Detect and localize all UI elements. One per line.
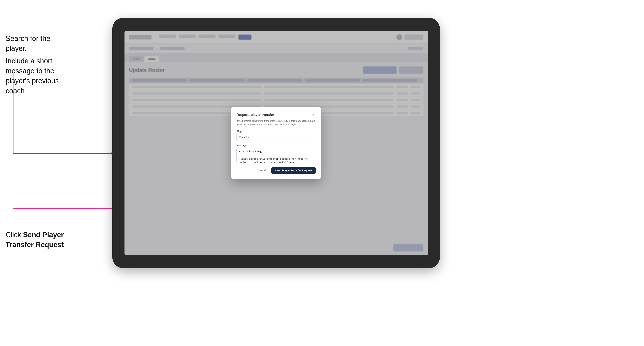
annotation-search: Search for the player. bbox=[6, 34, 73, 53]
player-label: Player bbox=[236, 130, 316, 133]
modal-close-button[interactable]: × bbox=[310, 112, 316, 117]
modal-dialog: Request player transfer × If the player … bbox=[231, 107, 321, 179]
message-textarea[interactable]: Hi Coach McHarg, Please accept this tran… bbox=[236, 148, 316, 163]
modal-footer: Cancel Send Player Transfer Request bbox=[236, 167, 316, 174]
cancel-button[interactable]: Cancel bbox=[255, 168, 269, 173]
message-label: Message bbox=[236, 144, 316, 147]
modal-header: Request player transfer × bbox=[236, 112, 316, 117]
arrow-line-search-v bbox=[13, 73, 14, 153]
tablet-screen: › Roster Active Update Roster bbox=[124, 31, 428, 255]
modal-description: If the player is transferring from anoth… bbox=[236, 119, 316, 126]
send-transfer-request-button[interactable]: Send Player Transfer Request bbox=[271, 167, 316, 174]
tablet-device: › Roster Active Update Roster bbox=[112, 18, 440, 268]
arrow-line-search-h bbox=[13, 153, 112, 154]
annotation-click: Click Send Player Transfer Request bbox=[6, 230, 73, 250]
annotation-message: Include a short message to the player's … bbox=[6, 56, 73, 96]
player-input[interactable] bbox=[236, 134, 316, 141]
modal-title: Request player transfer bbox=[236, 113, 274, 117]
